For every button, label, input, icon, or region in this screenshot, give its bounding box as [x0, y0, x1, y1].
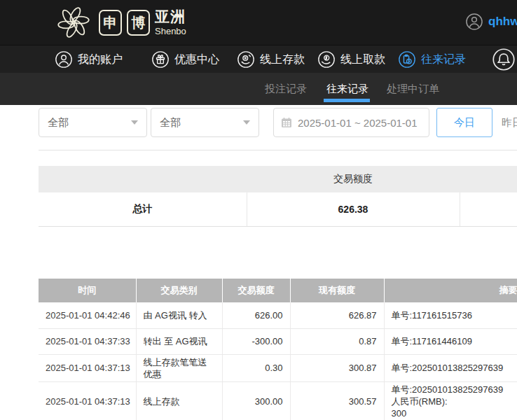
summary-total-row: 总计 626.38	[39, 192, 517, 227]
caret-down-icon	[243, 120, 250, 125]
nav-item-withdraw[interactable]: 线上取款	[317, 46, 385, 74]
cell-type: 由 AG视讯 转入	[136, 302, 222, 328]
records-subnav: 投注记录 往来记录 处理中订单	[0, 73, 517, 105]
transactions-header-row: 时间 交易类别 交易额度 现有额度 摘要	[39, 279, 517, 302]
table-row: 2025-01-01 04:42:46 由 AG视讯 转入 626.00 626…	[39, 302, 517, 328]
summary-header-amount: 交易额度	[247, 166, 460, 192]
tab-betting-records[interactable]: 投注记录	[265, 73, 307, 105]
col-header-type: 交易类别	[136, 279, 222, 302]
cell-type: 线上存款笔笔送优惠	[136, 354, 222, 382]
summary-header-empty	[39, 166, 247, 192]
cell-amount: 0.30	[222, 354, 290, 382]
cell-time: 2025-01-01 04:37:33	[39, 328, 136, 354]
col-header-summary: 摘要	[384, 279, 517, 302]
cell-balance: 0.87	[290, 328, 384, 354]
summary-header-empty	[460, 166, 517, 192]
records-clipboard-clock-icon	[398, 50, 416, 69]
cell-amount: -300.00	[222, 328, 290, 354]
nav-item-label: 线上存款	[260, 52, 305, 67]
cell-amount: 626.00	[222, 302, 290, 328]
main-nav: 我的账户 优惠中心 线上存款 线上取	[0, 45, 517, 73]
cell-summary: 单号:117161515736	[384, 302, 517, 328]
nav-item-label: 线上取款	[340, 52, 385, 67]
withdraw-coin-icon	[317, 50, 336, 69]
summary-total-label: 总计	[39, 192, 247, 227]
username-text: qhhw	[488, 15, 517, 29]
nav-item-transaction-records[interactable]: 往来记录	[398, 46, 466, 74]
brand-name-cn: 亚洲	[155, 9, 186, 24]
table-row: 2025-01-01 04:37:33 转出 至 AG视讯 -300.00 0.…	[39, 328, 517, 354]
cell-type: 转出 至 AG视讯	[136, 328, 222, 354]
cell-balance: 300.87	[290, 354, 384, 382]
summary-table: 交易额度 总计 626.38	[39, 166, 517, 227]
nav-item-my-account[interactable]: 我的账户	[55, 46, 123, 74]
nav-item-promotions[interactable]: 优惠中心	[151, 46, 219, 74]
deposit-coin-icon	[237, 50, 255, 69]
transactions-table: 时间 交易类别 交易额度 现有额度 摘要 2025-01-01 04:42:46…	[39, 279, 517, 420]
tab-pending-orders[interactable]: 处理中订单	[387, 73, 439, 105]
logo-box-bo: 博	[127, 10, 150, 36]
cell-time: 2025-01-01 04:37:13	[39, 354, 136, 382]
nav-item-label: 优惠中心	[174, 52, 219, 67]
category-select-value: 全部	[48, 116, 69, 130]
today-button[interactable]: 今日	[436, 108, 492, 137]
nav-item-deposit[interactable]: 线上存款	[237, 46, 305, 74]
col-header-balance: 现有额度	[290, 279, 384, 302]
cell-summary: 单号:202501013825297639 人民币(RMB): 300	[384, 382, 517, 420]
user-icon	[55, 50, 73, 69]
summary-total-value: 626.38	[247, 192, 460, 227]
table-row: 2025-01-01 04:37:13 线上存款笔笔送优惠 0.30 300.8…	[39, 354, 517, 382]
calendar-icon	[281, 117, 292, 128]
gift-icon	[151, 50, 170, 69]
type-select-value: 全部	[160, 116, 181, 130]
brand-name-en: Shenbo	[155, 27, 186, 36]
notifications-button[interactable]	[492, 48, 516, 71]
yesterday-button[interactable]: 昨日	[502, 108, 517, 137]
caret-down-icon	[131, 120, 138, 125]
brand-logo[interactable]: 申 博 亚洲 Shenbo	[53, 2, 186, 43]
cell-type: 线上存款	[136, 382, 222, 420]
summary-header-row: 交易额度	[39, 166, 517, 192]
user-account-link[interactable]: qhhw	[465, 13, 517, 31]
col-header-time: 时间	[39, 279, 136, 302]
cell-summary: 单号:202501013825297639	[384, 354, 517, 382]
section-divider	[39, 150, 517, 150]
flower-logo-icon	[53, 2, 94, 43]
active-tab-underline	[324, 99, 370, 102]
cell-time: 2025-01-01 04:37:13	[39, 382, 136, 420]
table-row: 2025-01-01 04:37:13 线上存款 300.00 300.57 单…	[39, 382, 517, 420]
cell-balance: 626.87	[290, 302, 384, 328]
nav-item-label: 往来记录	[421, 52, 466, 67]
summary-empty-cell	[460, 192, 517, 227]
cell-amount: 300.00	[222, 382, 290, 420]
cell-balance: 300.57	[290, 382, 384, 420]
date-range-input[interactable]: 2025-01-01 ~ 2025-01-01	[273, 108, 429, 137]
col-header-amount: 交易额度	[222, 279, 290, 302]
user-avatar-icon	[465, 13, 483, 31]
type-select[interactable]: 全部	[151, 108, 259, 137]
top-header: 申 博 亚洲 Shenbo qhhw	[0, 0, 517, 45]
nav-item-label: 我的账户	[78, 52, 123, 67]
date-range-value: 2025-01-01 ~ 2025-01-01	[298, 117, 418, 129]
category-select[interactable]: 全部	[39, 108, 147, 137]
bell-icon	[492, 48, 516, 71]
cell-summary: 单号:117161446109	[384, 328, 517, 354]
cell-time: 2025-01-01 04:42:46	[39, 302, 136, 328]
logo-box-shen: 申	[99, 10, 122, 36]
